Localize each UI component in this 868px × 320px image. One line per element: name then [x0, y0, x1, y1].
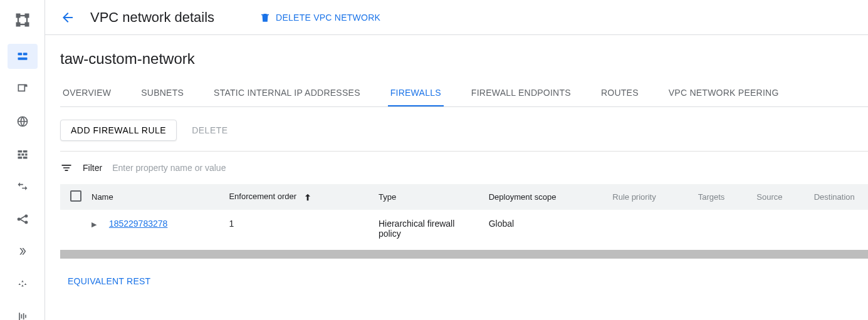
- tabs: OVERVIEW SUBNETS STATIC INTERNAL IP ADDR…: [60, 80, 868, 107]
- col-enforcement[interactable]: Enforcement order: [229, 184, 379, 210]
- delete-vpc-label: DELETE VPC NETWORK: [276, 13, 380, 23]
- table-header-row: Name Enforcement order Type Deployment s…: [60, 184, 868, 210]
- svg-rect-8: [18, 53, 22, 55]
- svg-rect-6: [17, 17, 18, 23]
- table-row: ▶ 185229783278 1 Hierarchical firewall p…: [60, 210, 868, 247]
- svg-rect-9: [23, 53, 27, 55]
- filter-row: Filter: [60, 151, 868, 184]
- nav-vpc-networks-icon[interactable]: [8, 44, 38, 69]
- tab-static-ip[interactable]: STATIC INTERNAL IP ADDRESSES: [211, 80, 363, 106]
- svg-rect-17: [18, 157, 22, 158]
- svg-rect-7: [26, 17, 27, 23]
- svg-point-19: [18, 218, 19, 220]
- svg-rect-22: [19, 312, 20, 320]
- trash-icon: [259, 12, 271, 23]
- col-enforcement-label: Enforcement order: [229, 192, 296, 201]
- nav-serverless-vpc-icon[interactable]: [8, 272, 38, 297]
- select-all-checkbox[interactable]: [70, 190, 81, 202]
- tab-vpc-peering[interactable]: VPC NETWORK PEERING: [666, 80, 782, 106]
- top-bar: VPC network details DELETE VPC NETWORK: [45, 0, 868, 35]
- svg-rect-18: [23, 157, 27, 158]
- svg-rect-15: [21, 153, 24, 155]
- col-name[interactable]: Name: [92, 184, 229, 210]
- filter-label: Filter: [83, 163, 102, 173]
- nav-peering-icon[interactable]: [8, 207, 38, 232]
- back-arrow-icon[interactable]: [60, 10, 75, 25]
- product-logo: [10, 8, 35, 33]
- svg-rect-24: [23, 313, 24, 319]
- main-content: VPC network details DELETE VPC NETWORK t…: [45, 0, 868, 320]
- delete-button: DELETE: [192, 125, 227, 135]
- tab-subnets[interactable]: SUBNETS: [139, 80, 186, 106]
- svg-rect-10: [18, 58, 27, 60]
- svg-rect-14: [18, 153, 20, 155]
- svg-point-21: [25, 221, 27, 223]
- nav-shared-vpc-icon[interactable]: [8, 239, 38, 264]
- svg-rect-25: [25, 315, 26, 318]
- svg-rect-4: [19, 15, 25, 16]
- svg-rect-12: [18, 150, 22, 152]
- nav-packet-mirroring-icon[interactable]: [8, 304, 38, 320]
- tab-firewalls[interactable]: FIREWALLS: [388, 80, 444, 106]
- svg-point-20: [25, 215, 27, 217]
- col-source[interactable]: Source: [756, 184, 813, 210]
- firewall-table: Name Enforcement order Type Deployment s…: [60, 184, 868, 247]
- filter-input[interactable]: [112, 163, 868, 173]
- svg-rect-23: [21, 314, 22, 319]
- tab-firewall-endpoints[interactable]: FIREWALL ENDPOINTS: [469, 80, 573, 106]
- sort-asc-icon: [303, 192, 313, 201]
- actions-row: ADD FIREWALL RULE DELETE: [60, 107, 868, 151]
- firewall-table-wrap: Name Enforcement order Type Deployment s…: [60, 184, 868, 259]
- col-destination[interactable]: Destination: [814, 184, 868, 210]
- cell-scope: Global: [489, 210, 613, 247]
- nav-external-ip-icon[interactable]: [8, 76, 38, 101]
- expand-row-icon[interactable]: ▶: [92, 220, 98, 229]
- svg-rect-16: [25, 153, 27, 155]
- svg-rect-5: [19, 24, 25, 25]
- col-targets[interactable]: Targets: [698, 184, 757, 210]
- sidebar-rail: [0, 0, 45, 320]
- tab-overview[interactable]: OVERVIEW: [60, 80, 113, 106]
- nav-routes-icon[interactable]: [8, 174, 38, 199]
- nav-firewall-icon[interactable]: [8, 142, 38, 167]
- nav-byoip-icon[interactable]: [8, 109, 38, 134]
- network-name: taw-custom-network: [60, 50, 868, 68]
- page-title: VPC network details: [90, 9, 214, 26]
- add-firewall-rule-button[interactable]: ADD FIREWALL RULE: [60, 120, 177, 141]
- delete-vpc-network-button[interactable]: DELETE VPC NETWORK: [259, 12, 380, 23]
- cell-enforcement: 1: [229, 210, 379, 247]
- horizontal-scrollbar[interactable]: [60, 250, 868, 259]
- equivalent-rest-link[interactable]: EQUIVALENT REST: [68, 276, 150, 286]
- cell-type: Hierarchical firewall policy: [379, 210, 489, 247]
- col-type[interactable]: Type: [379, 184, 489, 210]
- filter-icon[interactable]: [60, 162, 73, 174]
- svg-rect-13: [23, 150, 27, 152]
- rule-name-link[interactable]: 185229783278: [109, 219, 167, 229]
- col-scope[interactable]: Deployment scope: [489, 184, 613, 210]
- tab-routes[interactable]: ROUTES: [599, 80, 641, 106]
- col-priority[interactable]: Rule priority: [612, 184, 698, 210]
